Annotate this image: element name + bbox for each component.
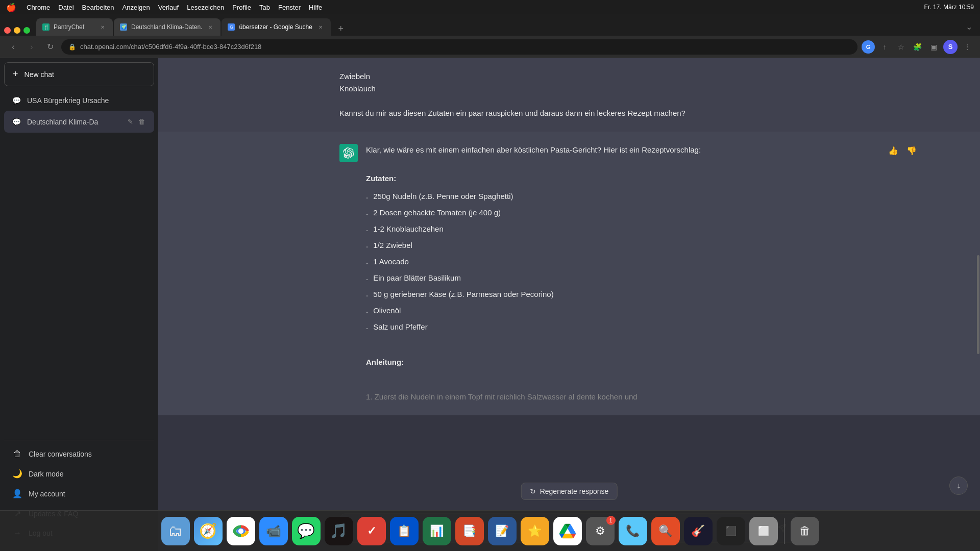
more-options-button[interactable]: ⋮ xyxy=(961,40,974,54)
dock-chrome[interactable] xyxy=(227,517,255,545)
address-bar: ‹ › ↻ 🔒 chat.openai.com/chat/c506dfd6-4f… xyxy=(0,36,980,58)
my-account-button[interactable]: 👤 My account xyxy=(4,484,154,504)
new-chat-button[interactable]: + New chat xyxy=(4,62,154,86)
list-item: ·250g Nudeln (z.B. Penne oder Spaghetti) xyxy=(366,189,799,205)
regenerate-label: Regenerate response xyxy=(540,487,609,495)
new-tab-button[interactable]: + xyxy=(334,21,348,36)
dock-trello[interactable]: 📋 xyxy=(390,517,419,545)
dock-systemprefs[interactable]: ⚙ 1 xyxy=(586,517,615,545)
user-message-inner: Zwiebeln Knoblauch Kannst du mir aus die… xyxy=(339,70,799,119)
tab-close-klima[interactable]: ✕ xyxy=(206,23,214,31)
profile-button[interactable]: S xyxy=(943,40,958,54)
scroll-to-bottom-button[interactable]: ↓ xyxy=(949,477,968,495)
dock-todoist[interactable]: ✓ xyxy=(357,517,386,545)
zutat-6: Ein paar Blätter Basilikum xyxy=(373,272,461,284)
regenerate-response-button[interactable]: ↻ Regenerate response xyxy=(521,483,618,500)
list-item: ·50 g geriebener Käse (z.B. Parmesan ode… xyxy=(366,287,799,303)
forward-button[interactable]: › xyxy=(24,40,39,54)
dock-app3[interactable]: ⬜ xyxy=(749,517,778,545)
dock-spotify[interactable]: 🎵 xyxy=(325,517,353,545)
bullet-dot: · xyxy=(366,208,368,220)
clear-conversations-button[interactable]: 🗑 Clear conversations xyxy=(4,444,154,464)
delete-conversation-button[interactable]: 🗑 xyxy=(137,117,146,127)
dock-finder[interactable]: 🗂 xyxy=(161,517,190,545)
conversation-item-2[interactable]: 💬 Deutschland Klima-Da ✎ 🗑 xyxy=(4,111,154,133)
zutat-1: 250g Nudeln (z.B. Penne oder Spaghetti) xyxy=(373,190,513,203)
share-button[interactable]: ↑ xyxy=(878,40,891,54)
user-message-line1: Zwiebeln xyxy=(339,70,799,83)
window-maximize-btn[interactable] xyxy=(23,27,30,34)
ai-message-actions: 👍 👎 xyxy=(886,144,919,158)
conversation-item-1[interactable]: 💬 USA Bürgerkrieg Ursache xyxy=(4,90,154,111)
chevron-down-icon: ↓ xyxy=(957,481,961,490)
tab-list-button[interactable]: ⌄ xyxy=(962,19,976,34)
menu-lesezeichen[interactable]: Lesezeichen xyxy=(187,4,224,11)
menu-bearbeiten[interactable]: Bearbeiten xyxy=(82,4,114,11)
reload-button[interactable]: ↻ xyxy=(43,40,57,54)
menu-verlauf[interactable]: Verlauf xyxy=(158,4,179,11)
list-item: ·1/2 Zwiebel xyxy=(366,238,799,254)
dock-clipgrab[interactable]: 🔍 xyxy=(651,517,680,545)
dock-drive[interactable] xyxy=(553,517,582,545)
url-bar[interactable]: 🔒 chat.openai.com/chat/c506dfd6-4f9a-40f… xyxy=(61,39,857,55)
main-content: + New chat 💬 USA Bürgerkrieg Ursache 💬 D… xyxy=(0,58,980,551)
menu-datei[interactable]: Datei xyxy=(58,4,74,11)
bookmark-button[interactable]: ☆ xyxy=(894,40,908,54)
url-text: chat.openai.com/chat/c506dfd6-4f9a-40ff-… xyxy=(80,43,261,51)
plus-icon: + xyxy=(13,69,18,80)
window-minimize-btn[interactable] xyxy=(14,27,20,34)
zutat-7: 50 g geriebener Käse (z.B. Parmesan oder… xyxy=(373,288,554,300)
menu-hilfe[interactable]: Hilfe xyxy=(309,4,322,11)
google-icon[interactable]: G xyxy=(862,40,875,54)
dock-app2[interactable]: ⬛ xyxy=(717,517,745,545)
dock-safari[interactable]: 🧭 xyxy=(194,517,223,545)
lock-icon: 🔒 xyxy=(68,43,76,51)
scroll-thumb[interactable] xyxy=(977,255,979,354)
dock-notability[interactable]: ⭐ xyxy=(521,517,549,545)
dock-word[interactable]: 📝 xyxy=(488,517,517,545)
thumbs-up-button[interactable]: 👍 xyxy=(886,144,900,158)
back-button[interactable]: ‹ xyxy=(6,40,20,54)
chat-messages[interactable]: Zwiebeln Knoblauch Kannst du mir aus die… xyxy=(158,58,980,507)
svg-point-1 xyxy=(238,528,243,533)
regenerate-icon: ↻ xyxy=(530,487,536,495)
tab-translate[interactable]: G übersetzer - Google Suche ✕ xyxy=(222,18,330,36)
ai-message-block: Klar, wie wäre es mit einem einfachen ab… xyxy=(158,132,980,385)
thumbs-down-button[interactable]: 👎 xyxy=(904,144,919,158)
menu-anzeigen[interactable]: Anzeigen xyxy=(122,4,150,11)
dock-whatsapp[interactable]: 💬 xyxy=(292,517,321,545)
tab-close-pantry[interactable]: ✕ xyxy=(99,23,107,31)
extensions-button[interactable]: 🧩 xyxy=(911,40,924,54)
menu-tab[interactable]: Tab xyxy=(259,4,270,11)
sidebar-toggle[interactable]: ▣ xyxy=(927,40,940,54)
dark-mode-button[interactable]: 🌙 Dark mode xyxy=(4,464,154,484)
dock-trash[interactable]: 🗑 xyxy=(791,517,819,545)
list-item: ·Salz und Pfeffer xyxy=(366,319,799,336)
menu-fenster[interactable]: Fenster xyxy=(278,4,301,11)
window-close-btn[interactable] xyxy=(4,27,11,34)
partial-avatar-spacer xyxy=(339,391,358,403)
tab-close-translate[interactable]: ✕ xyxy=(316,23,325,31)
menu-profile[interactable]: Profile xyxy=(232,4,251,11)
dock-zoom[interactable]: 📹 xyxy=(259,517,288,545)
tab-klima[interactable]: 🌍 Deutschland Klima-Daten. ✕ xyxy=(114,18,220,36)
tab-favicon-pantry: 🍴 xyxy=(42,23,50,31)
dock-facetime[interactable]: 📞 xyxy=(619,517,647,545)
user-message-line2: Knoblauch xyxy=(339,83,799,95)
ai-message-content: Klar, wie wäre es mit einem einfachen ab… xyxy=(366,144,799,372)
ai-avatar xyxy=(339,144,358,162)
trash-icon: 🗑 xyxy=(12,449,22,459)
edit-conversation-button[interactable]: ✎ xyxy=(127,117,134,127)
tab-favicon-translate: G xyxy=(228,23,235,31)
partial-text: 1. Zuerst die Nudeln in einem Topf mit r… xyxy=(366,391,638,403)
dock-music[interactable]: 🎸 xyxy=(684,517,713,545)
bullet-dot: · xyxy=(366,306,368,318)
menu-chrome[interactable]: Chrome xyxy=(27,4,50,11)
ai-message-inner: Klar, wie wäre es mit einem einfachen ab… xyxy=(339,144,799,372)
tab-label-klima: Deutschland Klima-Daten. xyxy=(131,23,202,31)
tab-pantry[interactable]: 🍴 PantryChef ✕ xyxy=(36,18,113,36)
conversation-label-1: USA Bürgerkrieg Ursache xyxy=(27,96,109,105)
apple-menu[interactable]: 🍎 xyxy=(6,3,16,12)
dock-excel[interactable]: 📊 xyxy=(423,517,451,545)
dock-powerpoint[interactable]: 📑 xyxy=(455,517,484,545)
